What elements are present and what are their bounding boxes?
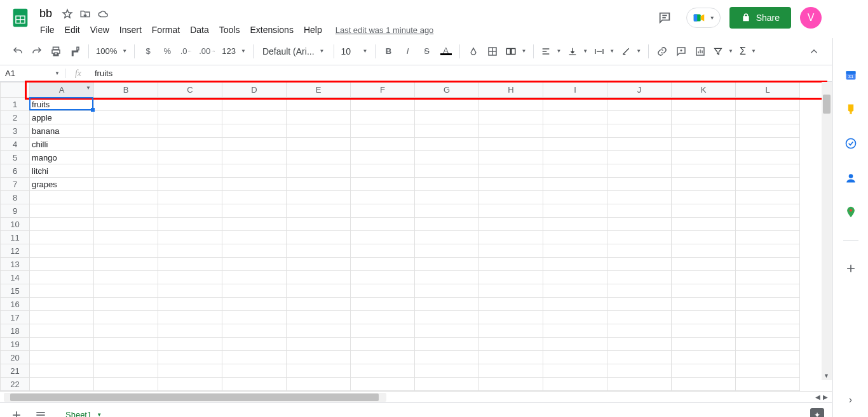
share-button[interactable]: Share — [729, 7, 791, 29]
cell-L2[interactable] — [736, 111, 800, 124]
cell-B19[interactable] — [94, 338, 158, 351]
cell-D11[interactable] — [222, 231, 287, 244]
cell-D14[interactable] — [222, 271, 287, 284]
cell-A9[interactable] — [30, 204, 94, 218]
cell-A18[interactable] — [30, 324, 94, 338]
merge-button[interactable]: ▼ — [503, 43, 529, 60]
cell-K18[interactable] — [672, 324, 736, 338]
cell-D9[interactable] — [222, 204, 287, 218]
cell-I22[interactable] — [543, 378, 607, 391]
cell-L13[interactable] — [736, 258, 800, 271]
cell-L18[interactable] — [736, 324, 800, 338]
functions-button[interactable]: Σ▼ — [737, 43, 759, 60]
cell-C19[interactable] — [158, 338, 222, 351]
cell-L10[interactable] — [736, 218, 800, 231]
last-edit-link[interactable]: Last edit was 1 minute ago — [336, 25, 434, 35]
wrap-button[interactable]: ▼ — [592, 43, 617, 60]
cell-E2[interactable] — [287, 111, 351, 124]
cell-E1[interactable] — [287, 98, 351, 111]
row-header-10[interactable]: 10 — [1, 218, 30, 231]
cell-I7[interactable] — [543, 178, 607, 191]
row-header-6[interactable]: 6 — [1, 164, 30, 178]
cell-A8[interactable] — [30, 191, 94, 204]
cell-J21[interactable] — [607, 364, 672, 378]
cell-F21[interactable] — [351, 364, 415, 378]
increase-decimal-button[interactable]: .00→ — [196, 43, 218, 60]
fill-color-button[interactable] — [465, 43, 482, 60]
cell-A1[interactable]: fruits — [30, 98, 94, 111]
borders-button[interactable] — [484, 43, 501, 60]
row-header-19[interactable]: 19 — [1, 338, 30, 351]
menu-tools[interactable]: Tools — [215, 22, 245, 37]
row-header-2[interactable]: 2 — [1, 111, 30, 124]
cell-C1[interactable] — [158, 98, 222, 111]
cell-K5[interactable] — [672, 151, 736, 164]
cell-B20[interactable] — [94, 351, 158, 364]
cell-J12[interactable] — [607, 244, 672, 258]
row-header-11[interactable]: 11 — [1, 231, 30, 244]
cell-B3[interactable] — [94, 124, 158, 138]
cell-F12[interactable] — [351, 244, 415, 258]
cell-B18[interactable] — [94, 324, 158, 338]
cell-D19[interactable] — [222, 338, 287, 351]
cell-D8[interactable] — [222, 191, 287, 204]
cell-F8[interactable] — [351, 191, 415, 204]
cell-G12[interactable] — [415, 244, 479, 258]
cell-K10[interactable] — [672, 218, 736, 231]
cell-D3[interactable] — [222, 124, 287, 138]
cell-E8[interactable] — [287, 191, 351, 204]
row-header-1[interactable]: 1 — [1, 98, 30, 111]
cell-H5[interactable] — [479, 151, 543, 164]
cell-C22[interactable] — [158, 378, 222, 391]
cell-E9[interactable] — [287, 204, 351, 218]
cell-E7[interactable] — [287, 178, 351, 191]
cell-K20[interactable] — [672, 351, 736, 364]
cell-I5[interactable] — [543, 151, 607, 164]
column-header-L[interactable]: L — [736, 83, 800, 98]
cell-A16[interactable] — [30, 298, 94, 311]
all-sheets-button[interactable] — [32, 406, 50, 418]
cell-K12[interactable] — [672, 244, 736, 258]
cell-L12[interactable] — [736, 244, 800, 258]
scroll-right-arrow[interactable]: ▶ — [823, 394, 828, 400]
cell-J6[interactable] — [607, 164, 672, 178]
cell-D16[interactable] — [222, 298, 287, 311]
cell-I19[interactable] — [543, 338, 607, 351]
column-header-A[interactable]: A▼ — [30, 83, 94, 98]
row-header-16[interactable]: 16 — [1, 298, 30, 311]
cell-G19[interactable] — [415, 338, 479, 351]
cell-G8[interactable] — [415, 191, 479, 204]
cell-A3[interactable]: banana — [30, 124, 94, 138]
halign-button[interactable]: ▼ — [538, 43, 564, 60]
cell-K8[interactable] — [672, 191, 736, 204]
cell-I15[interactable] — [543, 284, 607, 298]
cell-C4[interactable] — [158, 138, 222, 151]
cell-L14[interactable] — [736, 271, 800, 284]
cell-A22[interactable] — [30, 378, 94, 391]
cell-I10[interactable] — [543, 218, 607, 231]
cell-E18[interactable] — [287, 324, 351, 338]
cell-A12[interactable] — [30, 244, 94, 258]
add-sheet-button[interactable] — [8, 406, 25, 418]
cell-B13[interactable] — [94, 258, 158, 271]
sheets-logo[interactable] — [8, 5, 33, 30]
cell-D2[interactable] — [222, 111, 287, 124]
name-box[interactable]: A1 ▼ — [0, 69, 65, 78]
cell-B5[interactable] — [94, 151, 158, 164]
cell-F3[interactable] — [351, 124, 415, 138]
text-color-button[interactable]: A — [437, 43, 455, 60]
cell-A20[interactable] — [30, 351, 94, 364]
rotate-button[interactable]: ▼ — [618, 43, 644, 60]
menu-help[interactable]: Help — [299, 22, 327, 37]
cell-L22[interactable] — [736, 378, 800, 391]
column-header-G[interactable]: G — [415, 83, 479, 98]
bold-button[interactable]: B — [380, 43, 398, 60]
cell-E3[interactable] — [287, 124, 351, 138]
cell-K13[interactable] — [672, 258, 736, 271]
cell-D12[interactable] — [222, 244, 287, 258]
cell-G21[interactable] — [415, 364, 479, 378]
cell-D17[interactable] — [222, 311, 287, 324]
cell-L11[interactable] — [736, 231, 800, 244]
cell-I21[interactable] — [543, 364, 607, 378]
cell-H3[interactable] — [479, 124, 543, 138]
